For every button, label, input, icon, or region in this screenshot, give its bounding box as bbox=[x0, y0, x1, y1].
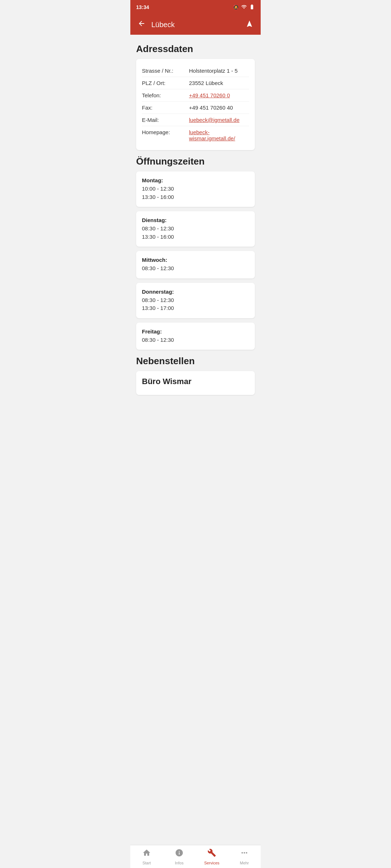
street-label: Strasse / Nr.: bbox=[142, 68, 189, 74]
homepage-label: Homepage: bbox=[142, 129, 189, 141]
main-content: Adressdaten Strasse / Nr.: Holstentorpla… bbox=[130, 35, 261, 430]
email-value[interactable]: luebeck@igmetall.de bbox=[189, 117, 239, 123]
fax-value: +49 451 70260 40 bbox=[189, 105, 233, 111]
plz-label: PLZ / Ort: bbox=[142, 80, 189, 86]
address-row-street: Strasse / Nr.: Holstentorplatz 1 - 5 bbox=[142, 65, 249, 77]
freitag-times: 08:30 - 12:30 bbox=[142, 336, 249, 344]
donnerstag-times: 08:30 - 12:3013:30 - 17:00 bbox=[142, 296, 249, 312]
battery-icon bbox=[249, 4, 255, 11]
nav-mehr-label: Mehr bbox=[240, 861, 249, 865]
mittwoch-label: Mittwoch: bbox=[142, 257, 249, 263]
home-icon bbox=[142, 848, 151, 859]
homepage-value[interactable]: luebeck-wismar.igmetall.de/ bbox=[189, 129, 249, 141]
wifi-icon bbox=[241, 4, 247, 11]
status-icons: 🔕 bbox=[233, 4, 255, 11]
nav-infos[interactable]: Infos bbox=[163, 845, 196, 868]
montag-label: Montag: bbox=[142, 177, 249, 183]
wrench-icon bbox=[207, 848, 216, 859]
address-row-telefon: Telefon: +49 451 70260 0 bbox=[142, 89, 249, 102]
hours-card-donnerstag: Donnerstag: 08:30 - 12:3013:30 - 17:00 bbox=[136, 283, 255, 318]
info-icon bbox=[175, 848, 184, 859]
nebenstellen-title: Nebenstellen bbox=[136, 356, 255, 367]
nav-start-label: Start bbox=[142, 861, 151, 865]
nav-start[interactable]: Start bbox=[130, 845, 163, 868]
mittwoch-times: 08:30 - 12:30 bbox=[142, 264, 249, 273]
status-bar: 13:34 🔕 bbox=[130, 0, 261, 14]
oeffnungszeiten-title: Öffnungszeiten bbox=[136, 156, 255, 167]
status-time: 13:34 bbox=[136, 4, 149, 10]
freitag-label: Freitag: bbox=[142, 328, 249, 335]
hours-card-mittwoch: Mittwoch: 08:30 - 12:30 bbox=[136, 251, 255, 278]
nav-mehr[interactable]: Mehr bbox=[228, 845, 261, 868]
buero-wismar-title: Büro Wismar bbox=[142, 377, 249, 386]
donnerstag-label: Donnerstag: bbox=[142, 289, 249, 295]
address-row-fax: Fax: +49 451 70260 40 bbox=[142, 102, 249, 114]
address-card: Strasse / Nr.: Holstentorplatz 1 - 5 PLZ… bbox=[136, 59, 255, 150]
street-value: Holstentorplatz 1 - 5 bbox=[189, 68, 237, 74]
app-bar: Lübeck bbox=[130, 14, 261, 35]
adressdaten-title: Adressdaten bbox=[136, 43, 255, 55]
bottom-nav: Start Infos Services Mehr bbox=[130, 845, 261, 868]
more-icon bbox=[240, 848, 249, 859]
notification-icon: 🔕 bbox=[233, 4, 239, 10]
page-title: Lübeck bbox=[151, 21, 244, 29]
address-row-homepage: Homepage: luebeck-wismar.igmetall.de/ bbox=[142, 126, 249, 144]
telefon-label: Telefon: bbox=[142, 92, 189, 98]
fax-label: Fax: bbox=[142, 105, 189, 111]
buero-wismar-card: Büro Wismar bbox=[136, 371, 255, 395]
montag-times: 10:00 - 12:3013:30 - 16:00 bbox=[142, 185, 249, 201]
hours-card-freitag: Freitag: 08:30 - 12:30 bbox=[136, 323, 255, 350]
dienstag-times: 08:30 - 12:3013:30 - 16:00 bbox=[142, 225, 249, 241]
dienstag-label: Dienstag: bbox=[142, 217, 249, 223]
hours-card-dienstag: Dienstag: 08:30 - 12:3013:30 - 16:00 bbox=[136, 211, 255, 247]
navigate-button[interactable] bbox=[244, 18, 255, 31]
address-row-email: E-Mail: luebeck@igmetall.de bbox=[142, 114, 249, 126]
nav-services[interactable]: Services bbox=[196, 845, 228, 868]
address-row-plz: PLZ / Ort: 23552 Lübeck bbox=[142, 77, 249, 89]
nav-infos-label: Infos bbox=[175, 861, 184, 865]
nav-services-label: Services bbox=[204, 861, 219, 865]
plz-value: 23552 Lübeck bbox=[189, 80, 223, 86]
telefon-value[interactable]: +49 451 70260 0 bbox=[189, 92, 230, 98]
email-label: E-Mail: bbox=[142, 117, 189, 123]
hours-card-montag: Montag: 10:00 - 12:3013:30 - 16:00 bbox=[136, 171, 255, 207]
back-button[interactable] bbox=[136, 18, 147, 31]
